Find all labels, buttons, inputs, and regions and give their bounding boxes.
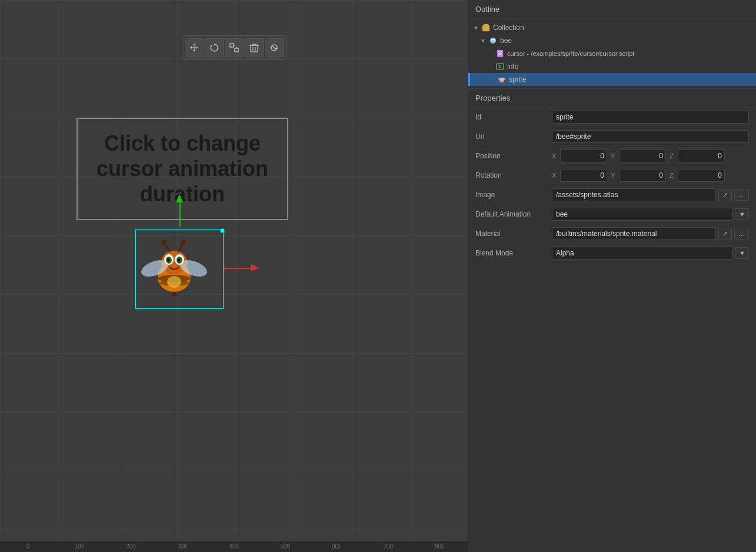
svg-rect-31 (482, 26, 489, 31)
right-panel: Outline ▼ Collection ▼ (468, 0, 756, 552)
delete-button[interactable] (245, 38, 264, 57)
prop-label-image: Image (475, 191, 552, 199)
prop-value-rotation: X Y Z (552, 169, 749, 182)
svg-point-22 (178, 259, 180, 262)
tree-label-info: info (507, 62, 518, 71)
position-z-label: Z (670, 152, 677, 159)
ruler-mark-4: 400 (208, 543, 259, 550)
prop-label-position: Position (475, 152, 552, 160)
rotate-tool-button[interactable] (205, 38, 224, 57)
tree-item-collection[interactable]: ▼ Collection (468, 21, 756, 34)
prop-row-rotation: Rotation X Y Z (468, 166, 756, 185)
ruler-mark-1: 100 (54, 543, 105, 550)
tree-item-sprite[interactable]: ▶ sprite (468, 73, 756, 86)
position-y-input[interactable] (619, 149, 666, 162)
snap-button[interactable] (265, 38, 284, 57)
ruler-mark-3: 300 (156, 543, 208, 550)
image-more-button[interactable]: … (734, 189, 749, 201)
rotation-x-label: X (552, 172, 559, 179)
toggle-cursor: ▶ (487, 51, 494, 57)
text-icon: T (495, 62, 505, 71)
svg-point-33 (491, 39, 493, 41)
canvas-text-box: Click to change cursor animation duratio… (76, 118, 288, 220)
prop-row-position: Position X Y Z (468, 147, 756, 166)
rotation-z-input[interactable] (678, 169, 725, 182)
animation-dropdown[interactable]: ▼ (735, 208, 749, 220)
tree-item-bee[interactable]: ▼ bee (468, 34, 756, 47)
blend-mode-dropdown[interactable]: ▼ (735, 247, 749, 259)
sprite-handle-tr[interactable] (220, 228, 225, 233)
bee-sprite-box[interactable] (135, 230, 224, 309)
arrow-up-head (176, 194, 183, 202)
prop-row-blend-mode: Blend Mode ▼ (468, 244, 756, 263)
position-y-group: Y (611, 149, 666, 162)
svg-point-25 (161, 240, 166, 245)
main-layout: Click to change cursor animation duratio… (0, 0, 756, 552)
svg-line-23 (164, 243, 170, 252)
prop-value-default-animation: ▼ (552, 208, 749, 221)
prop-input-material[interactable] (552, 227, 716, 240)
material-link-button[interactable]: ↗ (718, 228, 732, 240)
prop-input-default-animation[interactable] (552, 208, 732, 221)
arrow-right-line (224, 268, 253, 269)
prop-label-rotation: Rotation (475, 171, 552, 179)
sprite-container[interactable] (135, 230, 224, 309)
arrow-right-head (251, 264, 259, 271)
prop-value-position: X Y Z (552, 149, 749, 162)
rotation-z-label: Z (670, 172, 677, 179)
svg-point-21 (167, 259, 169, 262)
properties-header: Properties (468, 89, 756, 108)
svg-point-30 (167, 276, 181, 288)
svg-text:T: T (498, 64, 502, 69)
prop-value-url (552, 130, 749, 143)
prop-input-url[interactable] (552, 130, 749, 143)
tree-label-cursor: cursor - /examples/sprite/cursor/cursor.… (507, 50, 634, 57)
tree-label-bee: bee (500, 36, 512, 45)
ruler-mark-0: 0 (2, 543, 54, 550)
image-link-button[interactable]: ↗ (718, 189, 732, 201)
outline-header: Outline (468, 0, 756, 19)
prop-row-image: Image ↗ … (468, 185, 756, 205)
outline-tree: ▼ Collection ▼ (468, 19, 756, 88)
ruler-mark-8: 800 (414, 543, 465, 550)
prop-label-default-animation: Default Animation (475, 210, 552, 218)
rotation-x-input[interactable] (560, 169, 607, 182)
tree-label-collection: Collection (493, 24, 524, 32)
tree-item-info[interactable]: ▶ T info (468, 60, 756, 73)
canvas-area[interactable]: Click to change cursor animation duratio… (0, 0, 468, 552)
svg-rect-1 (230, 44, 234, 47)
prop-input-blend-mode[interactable] (552, 247, 732, 260)
tree-item-cursor[interactable]: ▶ cursor - /examples/sprite/cursor/curso… (468, 47, 756, 60)
svg-point-34 (494, 39, 495, 41)
script-icon (495, 49, 505, 58)
toggle-bee[interactable]: ▼ (480, 38, 487, 44)
prop-label-blend-mode: Blend Mode (475, 249, 552, 257)
prop-row-default-animation: Default Animation ▼ (468, 205, 756, 224)
toggle-collection[interactable]: ▼ (473, 25, 480, 31)
prop-input-image[interactable] (552, 188, 716, 201)
prop-row-url: Url (468, 127, 756, 147)
tree-label-sprite: sprite (509, 75, 526, 84)
svg-point-32 (490, 38, 496, 44)
position-y-label: Y (611, 152, 618, 159)
position-x-input[interactable] (560, 149, 607, 162)
ruler-mark-5: 500 (259, 543, 311, 550)
position-z-input[interactable] (678, 149, 725, 162)
move-tool-button[interactable] (185, 38, 204, 57)
material-more-button[interactable]: … (734, 228, 749, 240)
canvas-grid (0, 0, 468, 552)
prop-input-id[interactable] (552, 111, 749, 124)
svg-point-26 (181, 240, 186, 245)
rotation-z-group: Z (670, 169, 725, 182)
prop-label-material: Material (475, 230, 552, 238)
rotation-y-input[interactable] (619, 169, 666, 182)
prop-value-image: ↗ … (552, 188, 749, 201)
prop-row-id: Id (468, 108, 756, 127)
scale-tool-button[interactable] (225, 38, 244, 57)
svg-rect-2 (235, 48, 238, 52)
bee-svg (136, 230, 212, 301)
prop-label-url: Url (475, 132, 552, 141)
sprite-icon (497, 75, 507, 84)
outline-section: Outline ▼ Collection ▼ (468, 0, 756, 89)
svg-point-43 (502, 78, 505, 80)
